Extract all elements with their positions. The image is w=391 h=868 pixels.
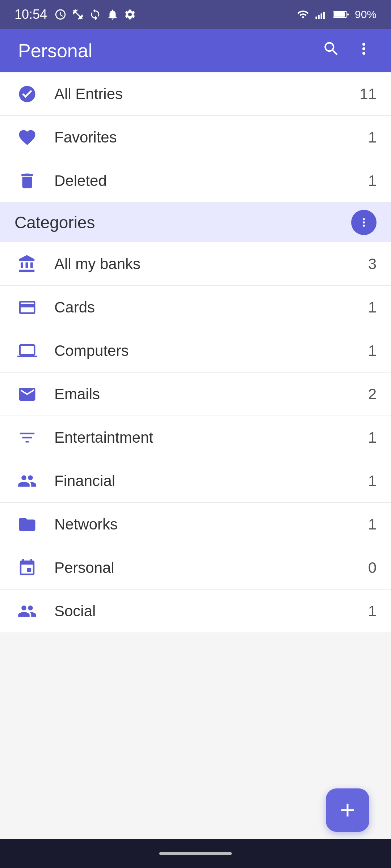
signal-icon: [315, 8, 327, 21]
category-item-all-my-banks[interactable]: All my banks 3: [0, 242, 391, 286]
financial-label: Financial: [54, 472, 368, 490]
cards-label: Cards: [54, 299, 368, 316]
card-icon: [14, 295, 40, 320]
personal-label: Personal: [54, 559, 368, 576]
entertaintment-count: 1: [368, 429, 377, 446]
deleted-label: Deleted: [54, 172, 368, 190]
all-my-banks-count: 3: [368, 255, 377, 273]
cards-count: 1: [368, 299, 377, 316]
nav-bar: [0, 839, 391, 868]
svg-rect-3: [323, 12, 325, 19]
header-actions: [322, 40, 373, 62]
all-my-banks-label: All my banks: [54, 255, 368, 273]
heart-icon: [14, 125, 40, 150]
category-item-networks[interactable]: Networks 1: [0, 503, 391, 546]
category-item-entertaintment[interactable]: Entertaintment 1: [0, 416, 391, 459]
category-item-personal[interactable]: Personal 0: [0, 546, 391, 590]
favorites-count: 1: [368, 129, 377, 146]
fitness-icon: [72, 8, 84, 21]
category-item-computers[interactable]: Computers 1: [0, 329, 391, 373]
favorites-label: Favorites: [54, 129, 368, 146]
page-title: Personal: [18, 40, 92, 61]
category-item-financial[interactable]: Financial 1: [0, 459, 391, 503]
menu-item-deleted[interactable]: Deleted 1: [0, 159, 391, 203]
all-entries-count: 11: [360, 85, 377, 103]
personal-icon: [14, 555, 40, 580]
checkmark-circle-icon: [14, 81, 40, 107]
emails-count: 2: [368, 386, 377, 403]
trash-icon: [14, 168, 40, 193]
categories-title: Categories: [14, 213, 351, 232]
entertaintment-label: Entertaintment: [54, 429, 368, 446]
computers-count: 1: [368, 342, 377, 359]
bank-icon: [14, 251, 40, 277]
financial-count: 1: [368, 472, 377, 490]
status-time: 10:54: [14, 7, 47, 22]
networks-label: Networks: [54, 516, 368, 533]
menu-item-favorites[interactable]: Favorites 1: [0, 116, 391, 159]
personal-count: 0: [368, 559, 377, 576]
social-count: 1: [368, 603, 377, 620]
search-button[interactable]: [322, 40, 340, 62]
notification-icon: [106, 8, 119, 21]
categories-more-button[interactable]: [351, 210, 377, 235]
networks-count: 1: [368, 516, 377, 533]
home-indicator: [159, 852, 232, 855]
funnel-icon: [14, 425, 40, 450]
settings-icon: [124, 8, 136, 21]
svg-rect-1: [318, 15, 319, 19]
add-new-button[interactable]: [326, 788, 369, 832]
wifi-icon: [297, 8, 309, 21]
svg-rect-2: [321, 13, 322, 19]
alarm-icon: [54, 8, 67, 21]
status-bar-right: 90%: [297, 8, 377, 21]
status-bar: 10:54: [0, 0, 391, 29]
status-bar-left: 10:54: [14, 7, 136, 22]
social-icon: [14, 599, 40, 624]
computer-icon: [14, 338, 40, 363]
category-item-social[interactable]: Social 1: [0, 590, 391, 633]
folder-icon: [14, 512, 40, 537]
category-item-cards[interactable]: Cards 1: [0, 286, 391, 329]
svg-rect-6: [347, 13, 349, 16]
category-item-emails[interactable]: Emails 2: [0, 373, 391, 416]
status-icons: [54, 8, 136, 21]
more-options-button[interactable]: [355, 40, 373, 62]
battery-icon: [333, 10, 349, 19]
email-icon: [14, 382, 40, 407]
battery-level: 90%: [355, 8, 377, 21]
computers-label: Computers: [54, 342, 368, 359]
sync-icon: [89, 8, 101, 21]
svg-rect-5: [334, 12, 345, 17]
app-header: Personal: [0, 29, 391, 72]
menu-item-all-entries[interactable]: All Entries 11: [0, 72, 391, 116]
financial-icon: [14, 468, 40, 494]
all-entries-label: All Entries: [54, 85, 360, 103]
emails-label: Emails: [54, 386, 368, 403]
categories-header: Categories: [0, 203, 391, 242]
svg-rect-0: [315, 17, 317, 19]
social-label: Social: [54, 603, 368, 620]
deleted-count: 1: [368, 172, 377, 190]
